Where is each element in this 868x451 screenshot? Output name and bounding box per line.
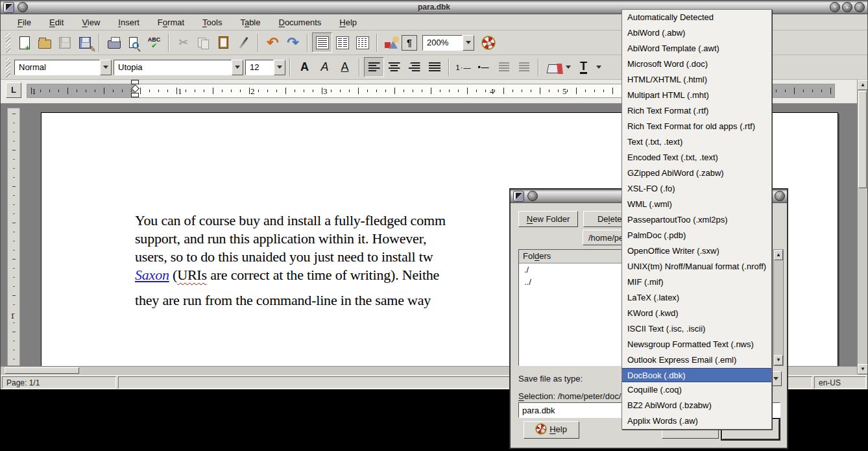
stylus-icon[interactable] <box>234 32 254 53</box>
spellcheck-icon[interactable]: ABC ✔ <box>144 32 164 53</box>
filetype-option[interactable]: Outlook Express Email (.eml) <box>622 352 771 368</box>
highlight-color-icon[interactable] <box>543 57 563 77</box>
filetype-option[interactable]: WML (.wml) <box>622 197 771 212</box>
style-dropdown-arrow-icon[interactable] <box>100 60 112 75</box>
menu-documents[interactable]: Documents <box>270 16 331 29</box>
filetype-option[interactable]: Rich Text Format (.rtf) <box>622 103 771 119</box>
undo-icon[interactable]: ↶ <box>263 32 283 53</box>
toolbar-grip[interactable] <box>6 58 10 77</box>
hyperlink[interactable]: Saxon <box>135 267 169 283</box>
filetype-option[interactable]: Applix Words (.aw) <box>622 413 771 429</box>
menu-insert[interactable]: Insert <box>109 16 149 29</box>
menu-edit[interactable]: Edit <box>40 16 73 29</box>
dialog-close-icon[interactable]: ╱ <box>775 191 785 201</box>
two-columns-icon[interactable] <box>332 32 352 53</box>
filetype-option[interactable]: BZ2 AbiWord (.bzabw) <box>622 398 771 413</box>
insert-image-icon[interactable] <box>381 32 402 53</box>
menu-help[interactable]: Help <box>330 16 366 29</box>
document-text[interactable]: You can of course buy and install a full… <box>135 212 446 310</box>
filetype-option-selected[interactable]: DocBook (.dbk) <box>622 368 771 382</box>
filetype-option[interactable]: MIF (.mif) <box>622 274 771 290</box>
filetype-option[interactable]: PalmDoc (.pdb) <box>622 228 771 243</box>
filetype-option[interactable]: UNIX(tm) Nroff/Manual format (.nroff) <box>622 259 771 274</box>
filetype-option[interactable]: Microsoft Word (.doc) <box>622 56 771 72</box>
numbered-list-icon[interactable]: 1·— <box>453 57 474 77</box>
font-size-dropdown-arrow-icon[interactable] <box>274 60 285 75</box>
menu-format[interactable]: Format <box>149 16 193 29</box>
filetype-option[interactable]: AbiWord Template (.awt) <box>622 41 771 56</box>
bullet-list-icon[interactable]: •— <box>474 57 494 77</box>
zoom-combobox[interactable]: 200% <box>422 35 474 51</box>
style-combobox[interactable]: Normal <box>14 60 112 75</box>
font-dropdown-arrow-icon[interactable] <box>232 60 243 75</box>
font-color-dropdown-icon[interactable] <box>594 57 604 77</box>
files-list-scrollbar[interactable]: ▲ ▼ <box>773 249 784 366</box>
cut-icon[interactable]: ✂ <box>173 32 193 53</box>
filetype-option[interactable]: Encoded Text (.txt, .text) <box>622 150 771 165</box>
filetype-option[interactable]: LaTeX (.latex) <box>622 290 771 306</box>
menu-file[interactable]: File <box>8 16 40 29</box>
font-size-value[interactable]: 12 <box>245 60 274 75</box>
save-as-icon[interactable]: ✎ <box>75 32 95 53</box>
font-color-icon[interactable]: T <box>573 57 594 77</box>
align-left-icon[interactable] <box>364 57 384 77</box>
filetype-option[interactable]: Multipart HTML (.mht) <box>622 88 771 103</box>
filetype-option[interactable]: XSL-FO (.fo) <box>622 181 771 197</box>
highlight-color-dropdown-icon[interactable] <box>563 57 573 77</box>
language-indicator[interactable]: en-US <box>814 376 866 389</box>
filetype-option[interactable]: Automatically Detected <box>622 10 771 25</box>
vertical-scrollbar[interactable]: ▲ ▼ <box>857 80 867 374</box>
font-combobox[interactable]: Utopia <box>114 60 243 75</box>
filetype-option[interactable]: GZipped AbiWord (.zabw) <box>622 165 771 181</box>
menu-tools[interactable]: Tools <box>193 16 231 29</box>
filetype-option[interactable]: AbiWord (.abw) <box>622 25 771 41</box>
toolbar-grip[interactable] <box>6 33 10 53</box>
zoom-dropdown-arrow-icon[interactable] <box>463 35 474 51</box>
new-document-icon[interactable]: + <box>14 32 34 53</box>
underline-icon[interactable]: A <box>335 57 355 77</box>
italic-icon[interactable]: A <box>315 57 335 77</box>
show-formatting-marks-icon[interactable]: ¶ <box>402 35 417 51</box>
open-file-icon[interactable] <box>34 32 54 53</box>
dialog-window-menu-button[interactable]: – <box>527 191 538 201</box>
filetype-option[interactable]: ISCII Text (.isc, .iscii) <box>622 321 771 337</box>
filetype-option[interactable]: Rich Text Format for old apps (.rtf) <box>622 119 771 134</box>
files-scroll-up-icon[interactable]: ▲ <box>774 250 783 260</box>
align-right-icon[interactable] <box>404 57 424 77</box>
maximize-icon[interactable]: ▴ <box>842 2 852 12</box>
filetype-option[interactable]: OpenOffice Writer (.sxw) <box>622 243 771 259</box>
menu-table[interactable]: Table <box>231 16 269 29</box>
paste-icon[interactable] <box>213 32 234 53</box>
filetype-option[interactable]: PassepartoutToo (.xml2ps) <box>622 212 771 228</box>
horizontal-scroll-thumb[interactable] <box>5 367 79 374</box>
scroll-up-icon[interactable]: ▲ <box>858 80 868 90</box>
vertical-scroll-thumb[interactable] <box>858 91 867 188</box>
filetype-option[interactable]: Newsgroup Formatted Text (.nws) <box>622 337 771 352</box>
filetype-option[interactable]: KWord (.kwd) <box>622 306 771 321</box>
font-size-combobox[interactable]: 12 <box>245 60 285 75</box>
print-preview-icon[interactable] <box>124 32 144 53</box>
increase-indent-icon[interactable] <box>514 57 534 77</box>
copy-icon[interactable] <box>193 32 213 53</box>
new-folder-button[interactable]: New Folder <box>518 211 578 227</box>
help-button[interactable]: Help <box>524 421 579 439</box>
print-icon[interactable] <box>104 32 124 53</box>
vertical-ruler[interactable]: 1 <box>7 108 20 366</box>
files-scroll-down-icon[interactable]: ▼ <box>774 355 783 365</box>
minimize-icon[interactable]: ▾ <box>830 2 840 12</box>
help-icon[interactable] <box>478 32 498 53</box>
filetype-option[interactable]: Text (.txt, .text) <box>622 134 771 150</box>
decrease-indent-icon[interactable] <box>494 57 514 77</box>
align-center-icon[interactable] <box>384 57 404 77</box>
save-icon[interactable] <box>54 32 75 53</box>
first-line-indent-marker[interactable] <box>130 80 139 97</box>
filetype-option[interactable]: HTML/XHTML (.html) <box>622 72 771 88</box>
redo-icon[interactable]: ↷ <box>283 32 303 53</box>
menu-view[interactable]: View <box>73 16 109 29</box>
three-columns-icon[interactable] <box>352 32 372 53</box>
font-value[interactable]: Utopia <box>114 60 232 75</box>
style-value[interactable]: Normal <box>14 60 100 75</box>
close-icon[interactable]: ╱ <box>854 2 865 12</box>
scroll-down-icon[interactable]: ▼ <box>858 364 868 374</box>
one-column-icon[interactable] <box>312 32 332 53</box>
